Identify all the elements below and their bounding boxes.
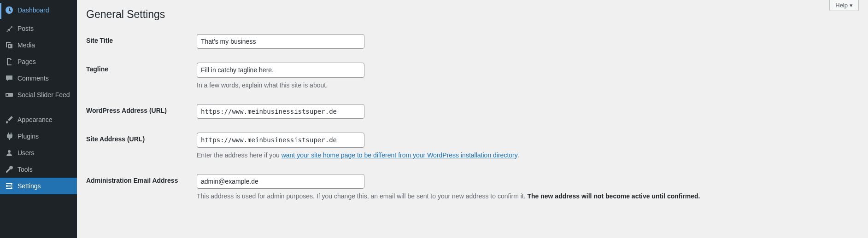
site-address-input[interactable] [197,133,364,147]
site-address-label: Site Address (URL) [86,126,192,167]
sidebar-item-users[interactable]: Users [0,145,77,161]
sidebar-item-tools[interactable]: Tools [0,161,77,178]
site-title-input[interactable] [197,34,364,49]
site-address-help-link[interactable]: want your site home page to be different… [282,151,517,159]
dashboard-icon [5,6,14,15]
sidebar-item-label: Pages [18,58,36,66]
sidebar-item-social-slider[interactable]: Social Slider Feed [0,87,77,103]
svg-rect-5 [6,188,11,189]
svg-point-2 [8,150,11,153]
site-title-label: Site Title [86,27,192,56]
admin-sidebar: Dashboard Posts Media Pages Comments Soc… [0,0,77,238]
sidebar-item-label: Dashboard [18,6,49,14]
tagline-description: In a few words, explain what this site i… [197,81,854,90]
svg-rect-4 [8,186,12,186]
sidebar-separator [0,103,77,111]
sidebar-item-pages[interactable]: Pages [0,53,77,70]
sidebar-item-comments[interactable]: Comments [0,70,77,87]
admin-email-description: This address is used for admin purposes.… [197,192,854,201]
svg-point-7 [6,185,8,187]
sidebar-item-settings[interactable]: Settings [0,178,77,194]
site-address-description: Enter the address here if you want your … [197,151,854,160]
plug-icon [5,132,14,141]
pages-icon [5,57,14,66]
sidebar-item-label: Media [18,41,35,49]
sidebar-item-appearance[interactable]: Appearance [0,111,77,128]
sidebar-item-plugins[interactable]: Plugins [0,128,77,145]
wp-address-input[interactable] [197,104,364,119]
wrench-icon [5,165,14,174]
settings-icon [5,181,14,191]
svg-point-6 [11,183,12,185]
tagline-input[interactable] [197,63,364,77]
sidebar-item-dashboard[interactable]: Dashboard [0,3,77,20]
comments-icon [5,74,14,83]
tagline-label: Tagline [86,56,192,97]
help-tab[interactable]: Help ▾ [829,0,859,11]
sidebar-item-label: Social Slider Feed [18,91,70,99]
admin-email-label: Administration Email Address [86,167,192,208]
svg-point-8 [11,187,12,189]
help-tab-label: Help [835,2,848,9]
brush-icon [5,115,14,124]
sidebar-item-label: Settings [18,182,41,190]
admin-email-input[interactable] [197,174,364,189]
sidebar-item-label: Comments [18,74,49,82]
settings-form-table: Site Title Tagline In a few words, expla… [86,27,859,208]
svg-rect-3 [6,183,11,184]
sidebar-item-label: Tools [18,165,33,174]
svg-rect-1 [6,94,8,96]
sidebar-item-label: Posts [18,24,34,33]
user-icon [5,148,14,157]
sidebar-item-posts[interactable]: Posts [0,20,77,37]
sidebar-item-label: Users [18,149,35,157]
page-title: General Settings [86,0,859,27]
media-icon [5,41,14,50]
sidebar-item-media[interactable]: Media [0,37,77,53]
slider-icon [5,90,14,99]
chevron-down-icon: ▾ [850,2,853,9]
wp-address-label: WordPress Address (URL) [86,97,192,126]
main-content: Help ▾ General Settings Site Title Tagli… [77,0,868,238]
sidebar-item-label: Plugins [18,132,39,140]
pin-icon [5,24,14,33]
sidebar-item-label: Appearance [18,116,53,124]
